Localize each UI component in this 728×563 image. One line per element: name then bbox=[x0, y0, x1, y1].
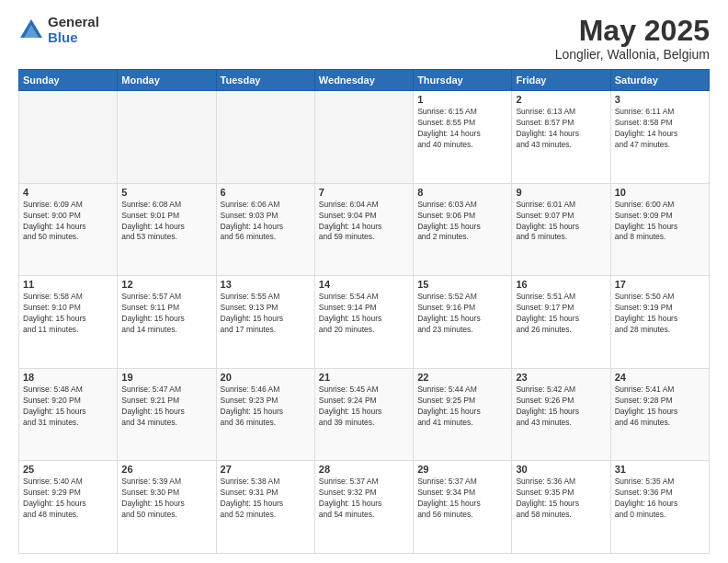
day-info: Sunrise: 5:45 AMSunset: 9:24 PMDaylight:… bbox=[319, 385, 409, 429]
logo-text: General Blue bbox=[48, 15, 99, 45]
calendar-cell: 18Sunrise: 5:48 AMSunset: 9:20 PMDayligh… bbox=[19, 368, 118, 461]
calendar-cell: 7Sunrise: 6:04 AMSunset: 9:04 PMDaylight… bbox=[314, 183, 413, 276]
page-subtitle: Longlier, Wallonia, Belgium bbox=[555, 47, 710, 62]
day-number: 21 bbox=[319, 372, 409, 383]
calendar-cell: 28Sunrise: 5:37 AMSunset: 9:32 PMDayligh… bbox=[314, 461, 413, 554]
day-info: Sunrise: 5:37 AMSunset: 9:34 PMDaylight:… bbox=[417, 477, 507, 521]
calendar-cell: 23Sunrise: 5:42 AMSunset: 9:26 PMDayligh… bbox=[512, 368, 610, 461]
day-info: Sunrise: 5:51 AMSunset: 9:17 PMDaylight:… bbox=[516, 292, 606, 336]
day-number: 2 bbox=[516, 94, 606, 105]
day-header-tuesday: Tuesday bbox=[216, 70, 314, 91]
day-number: 23 bbox=[516, 372, 606, 383]
logo: General Blue bbox=[18, 15, 99, 45]
day-number: 22 bbox=[417, 372, 507, 383]
day-info: Sunrise: 6:00 AMSunset: 9:09 PMDaylight:… bbox=[615, 200, 705, 244]
day-info: Sunrise: 5:46 AMSunset: 9:23 PMDaylight:… bbox=[221, 385, 311, 429]
day-header-friday: Friday bbox=[512, 70, 610, 91]
day-info: Sunrise: 5:42 AMSunset: 9:26 PMDaylight:… bbox=[516, 385, 606, 429]
calendar-cell: 17Sunrise: 5:50 AMSunset: 9:19 PMDayligh… bbox=[610, 276, 709, 369]
day-number: 18 bbox=[23, 372, 113, 383]
calendar-cell: 30Sunrise: 5:36 AMSunset: 9:35 PMDayligh… bbox=[512, 461, 610, 554]
day-number: 9 bbox=[516, 187, 606, 198]
calendar-cell: 26Sunrise: 5:39 AMSunset: 9:30 PMDayligh… bbox=[118, 461, 216, 554]
day-header-thursday: Thursday bbox=[414, 70, 512, 91]
day-info: Sunrise: 5:50 AMSunset: 9:19 PMDaylight:… bbox=[615, 292, 705, 336]
day-number: 5 bbox=[121, 187, 211, 198]
day-number: 29 bbox=[417, 464, 507, 475]
calendar-cell: 25Sunrise: 5:40 AMSunset: 9:29 PMDayligh… bbox=[19, 461, 118, 554]
day-number: 17 bbox=[615, 279, 705, 290]
day-info: Sunrise: 6:04 AMSunset: 9:04 PMDaylight:… bbox=[319, 200, 409, 244]
calendar-cell: 2Sunrise: 6:13 AMSunset: 8:57 PMDaylight… bbox=[512, 91, 610, 184]
calendar-cell: 10Sunrise: 6:00 AMSunset: 9:09 PMDayligh… bbox=[610, 183, 709, 276]
day-info: Sunrise: 5:38 AMSunset: 9:31 PMDaylight:… bbox=[221, 477, 311, 521]
day-header-monday: Monday bbox=[118, 70, 216, 91]
day-number: 8 bbox=[417, 187, 507, 198]
calendar-cell: 22Sunrise: 5:44 AMSunset: 9:25 PMDayligh… bbox=[414, 368, 512, 461]
calendar-cell: 8Sunrise: 6:03 AMSunset: 9:06 PMDaylight… bbox=[414, 183, 512, 276]
day-info: Sunrise: 5:55 AMSunset: 9:13 PMDaylight:… bbox=[221, 292, 311, 336]
logo-general-text: General bbox=[48, 15, 99, 30]
header: General Blue May 2025 Longlier, Wallonia… bbox=[18, 15, 710, 62]
day-info: Sunrise: 6:06 AMSunset: 9:03 PMDaylight:… bbox=[221, 200, 311, 244]
day-header-row: SundayMondayTuesdayWednesdayThursdayFrid… bbox=[19, 70, 710, 91]
day-number: 4 bbox=[23, 187, 113, 198]
title-block: May 2025 Longlier, Wallonia, Belgium bbox=[555, 15, 710, 62]
calendar-cell: 5Sunrise: 6:08 AMSunset: 9:01 PMDaylight… bbox=[118, 183, 216, 276]
day-number: 15 bbox=[417, 279, 507, 290]
day-info: Sunrise: 5:39 AMSunset: 9:30 PMDaylight:… bbox=[121, 477, 211, 521]
day-number: 13 bbox=[221, 279, 311, 290]
calendar-week-2: 4Sunrise: 6:09 AMSunset: 9:00 PMDaylight… bbox=[19, 183, 710, 276]
day-info: Sunrise: 6:09 AMSunset: 9:00 PMDaylight:… bbox=[23, 200, 113, 244]
calendar-cell: 27Sunrise: 5:38 AMSunset: 9:31 PMDayligh… bbox=[216, 461, 314, 554]
day-info: Sunrise: 6:15 AMSunset: 8:55 PMDaylight:… bbox=[417, 107, 507, 151]
day-header-sunday: Sunday bbox=[19, 70, 118, 91]
day-number: 7 bbox=[319, 187, 409, 198]
day-number: 1 bbox=[417, 94, 507, 105]
calendar-cell: 29Sunrise: 5:37 AMSunset: 9:34 PMDayligh… bbox=[414, 461, 512, 554]
calendar-cell bbox=[314, 91, 413, 184]
day-number: 30 bbox=[516, 464, 606, 475]
day-number: 3 bbox=[615, 94, 705, 105]
calendar-cell bbox=[216, 91, 314, 184]
calendar-cell: 4Sunrise: 6:09 AMSunset: 9:00 PMDaylight… bbox=[19, 183, 118, 276]
day-info: Sunrise: 5:47 AMSunset: 9:21 PMDaylight:… bbox=[121, 385, 211, 429]
calendar-week-5: 25Sunrise: 5:40 AMSunset: 9:29 PMDayligh… bbox=[19, 461, 710, 554]
day-number: 31 bbox=[615, 464, 705, 475]
day-number: 11 bbox=[23, 279, 113, 290]
day-info: Sunrise: 5:48 AMSunset: 9:20 PMDaylight:… bbox=[23, 385, 113, 429]
calendar-table: SundayMondayTuesdayWednesdayThursdayFrid… bbox=[18, 69, 710, 554]
day-info: Sunrise: 5:37 AMSunset: 9:32 PMDaylight:… bbox=[319, 477, 409, 521]
day-number: 20 bbox=[221, 372, 311, 383]
day-number: 25 bbox=[23, 464, 113, 475]
calendar-cell: 20Sunrise: 5:46 AMSunset: 9:23 PMDayligh… bbox=[216, 368, 314, 461]
day-info: Sunrise: 6:08 AMSunset: 9:01 PMDaylight:… bbox=[121, 200, 211, 244]
day-number: 10 bbox=[615, 187, 705, 198]
page-title: May 2025 bbox=[555, 15, 710, 47]
day-number: 14 bbox=[319, 279, 409, 290]
day-header-saturday: Saturday bbox=[610, 70, 709, 91]
calendar-week-4: 18Sunrise: 5:48 AMSunset: 9:20 PMDayligh… bbox=[19, 368, 710, 461]
calendar-cell: 1Sunrise: 6:15 AMSunset: 8:55 PMDaylight… bbox=[414, 91, 512, 184]
calendar-week-3: 11Sunrise: 5:58 AMSunset: 9:10 PMDayligh… bbox=[19, 276, 710, 369]
day-number: 27 bbox=[221, 464, 311, 475]
calendar-week-1: 1Sunrise: 6:15 AMSunset: 8:55 PMDaylight… bbox=[19, 91, 710, 184]
calendar-cell bbox=[118, 91, 216, 184]
calendar-header: SundayMondayTuesdayWednesdayThursdayFrid… bbox=[19, 70, 710, 91]
calendar-cell: 9Sunrise: 6:01 AMSunset: 9:07 PMDaylight… bbox=[512, 183, 610, 276]
day-number: 28 bbox=[319, 464, 409, 475]
day-number: 26 bbox=[121, 464, 211, 475]
day-number: 6 bbox=[221, 187, 311, 198]
calendar-cell: 21Sunrise: 5:45 AMSunset: 9:24 PMDayligh… bbox=[314, 368, 413, 461]
calendar-cell: 12Sunrise: 5:57 AMSunset: 9:11 PMDayligh… bbox=[118, 276, 216, 369]
calendar-cell: 31Sunrise: 5:35 AMSunset: 9:36 PMDayligh… bbox=[610, 461, 709, 554]
day-header-wednesday: Wednesday bbox=[314, 70, 413, 91]
day-info: Sunrise: 6:11 AMSunset: 8:58 PMDaylight:… bbox=[615, 107, 705, 151]
calendar-cell: 11Sunrise: 5:58 AMSunset: 9:10 PMDayligh… bbox=[19, 276, 118, 369]
calendar-cell: 15Sunrise: 5:52 AMSunset: 9:16 PMDayligh… bbox=[414, 276, 512, 369]
calendar-cell: 3Sunrise: 6:11 AMSunset: 8:58 PMDaylight… bbox=[610, 91, 709, 184]
logo-blue-text: Blue bbox=[48, 30, 99, 46]
page: General Blue May 2025 Longlier, Wallonia… bbox=[0, 0, 728, 563]
logo-icon bbox=[18, 17, 44, 43]
day-number: 12 bbox=[121, 279, 211, 290]
